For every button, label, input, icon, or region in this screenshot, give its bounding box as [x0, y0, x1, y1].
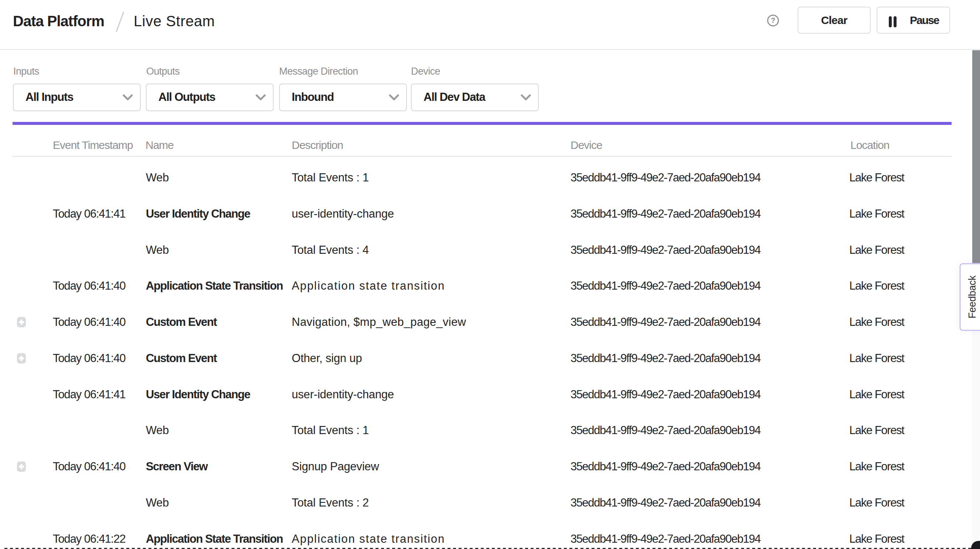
- svg-text:?: ?: [771, 16, 775, 24]
